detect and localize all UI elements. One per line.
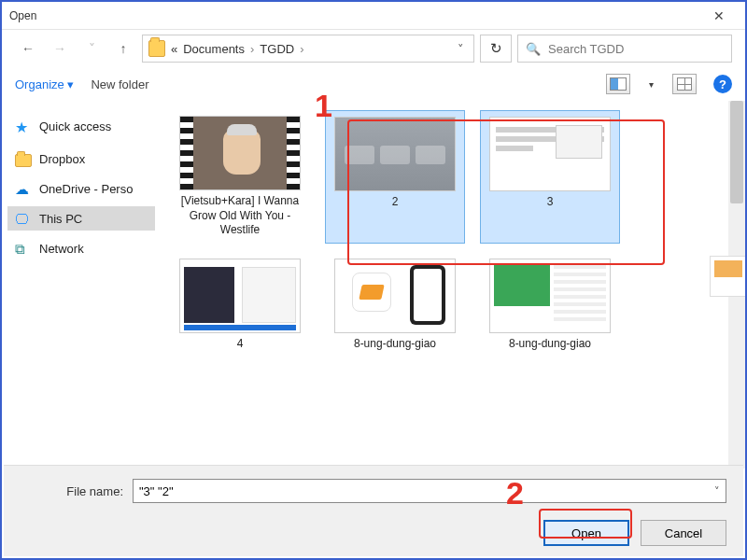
- chevron-down-icon[interactable]: ˅: [714, 485, 720, 497]
- close-icon[interactable]: ✕: [700, 8, 738, 23]
- file-item[interactable]: 4: [170, 253, 310, 357]
- title-bar: Open ✕: [2, 2, 745, 30]
- image-thumbnail: [334, 259, 456, 333]
- up-button[interactable]: ↑: [110, 35, 136, 62]
- filename-value: "3" "2": [139, 484, 174, 498]
- sidebar-item-label: OneDrive - Perso: [39, 182, 133, 196]
- grid-icon: [677, 77, 692, 91]
- window-title: Open: [9, 9, 700, 22]
- file-item[interactable]: 8-ung-dung-giao: [480, 253, 620, 357]
- file-item[interactable]: 2: [325, 110, 465, 244]
- file-pane[interactable]: [Vietsub+Kara] I Wanna Grow Old With You…: [161, 101, 745, 469]
- help-button[interactable]: ?: [713, 75, 732, 93]
- file-name: 4: [237, 337, 244, 352]
- view-mode-dropdown[interactable]: ▾: [647, 79, 655, 90]
- forward-button: →: [47, 35, 73, 62]
- cancel-button[interactable]: Cancel: [641, 520, 726, 546]
- file-name: 3: [547, 195, 554, 210]
- image-thumbnail: [489, 259, 611, 333]
- file-grid: [Vietsub+Kara] I Wanna Grow Old With You…: [170, 110, 721, 357]
- image-thumbnail: [179, 259, 301, 333]
- file-name: 8-ung-dung-giao: [509, 337, 591, 352]
- scrollbar-thumb[interactable]: [730, 101, 743, 203]
- image-thumbnail: [334, 117, 456, 191]
- main-area: ★ Quick access Dropbox ☁ OneDrive - Pers…: [2, 101, 745, 469]
- crumb-prefix: «: [171, 42, 177, 56]
- star-icon: ★: [15, 119, 32, 133]
- thumbnails-icon: [610, 77, 627, 91]
- video-thumbnail: [179, 116, 301, 190]
- search-icon: 🔍: [526, 42, 541, 56]
- sidebar-item-label: This PC: [39, 212, 82, 226]
- sidebar-item-quick-access[interactable]: ★ Quick access: [7, 114, 155, 138]
- chevron-right-icon: ›: [250, 42, 254, 56]
- new-folder-button[interactable]: New folder: [91, 77, 148, 91]
- open-button[interactable]: Open: [543, 520, 629, 546]
- search-input[interactable]: 🔍 Search TGDD: [517, 35, 732, 63]
- cloud-icon: ☁: [15, 181, 32, 196]
- file-item[interactable]: [Vietsub+Kara] I Wanna Grow Old With You…: [170, 110, 310, 244]
- folder-icon: [15, 154, 32, 167]
- preview-peek: [710, 256, 745, 297]
- search-placeholder: Search TGDD: [548, 42, 624, 56]
- network-icon: ⧉: [15, 241, 32, 256]
- nav-row: ← → ˅ ↑ « Documents › TGDD › ˅ ↻ 🔍 Searc…: [2, 30, 745, 67]
- sidebar-item-label: Network: [39, 242, 84, 256]
- file-name: [Vietsub+Kara] I Wanna Grow Old With You…: [175, 194, 305, 238]
- chevron-down-icon[interactable]: ˅: [454, 42, 468, 56]
- toolbar: Organize ▾ New folder ▾ ?: [2, 67, 745, 101]
- refresh-button[interactable]: ↻: [480, 35, 512, 63]
- breadcrumb[interactable]: « Documents › TGDD › ˅: [142, 35, 474, 63]
- cancel-button-label: Cancel: [665, 526, 702, 540]
- image-thumbnail: [489, 117, 611, 191]
- crumb-documents[interactable]: Documents: [183, 42, 245, 56]
- sidebar-item-network[interactable]: ⧉ Network: [7, 236, 155, 260]
- open-button-label: Open: [571, 526, 601, 540]
- sidebar-item-this-pc[interactable]: 🖵 This PC: [7, 206, 155, 231]
- filename-label: File name:: [21, 484, 123, 498]
- sidebar: ★ Quick access Dropbox ☁ OneDrive - Pers…: [2, 101, 161, 469]
- sidebar-item-dropbox[interactable]: Dropbox: [7, 147, 155, 171]
- view-mode-button[interactable]: [606, 74, 630, 94]
- bottom-panel: File name: "3" "2" ˅ Open Cancel: [4, 465, 743, 556]
- monitor-icon: 🖵: [15, 211, 32, 226]
- back-button[interactable]: ←: [15, 35, 41, 62]
- file-name: 8-ung-dung-giao: [354, 337, 436, 352]
- file-name: 2: [392, 195, 399, 210]
- chevron-right-icon: ›: [300, 42, 303, 56]
- filename-input[interactable]: "3" "2" ˅: [133, 479, 726, 503]
- file-item[interactable]: 3: [480, 110, 620, 244]
- folder-icon: [148, 40, 165, 57]
- sidebar-item-onedrive[interactable]: ☁ OneDrive - Perso: [7, 176, 155, 201]
- preview-pane-button[interactable]: [672, 74, 697, 94]
- organize-menu[interactable]: Organize ▾: [15, 77, 74, 91]
- sidebar-item-label: Dropbox: [39, 152, 85, 166]
- sidebar-item-label: Quick access: [39, 119, 111, 133]
- file-item[interactable]: 8-ung-dung-giao: [325, 253, 465, 357]
- crumb-tgdd[interactable]: TGDD: [260, 42, 294, 56]
- recent-dropdown[interactable]: ˅: [78, 35, 105, 62]
